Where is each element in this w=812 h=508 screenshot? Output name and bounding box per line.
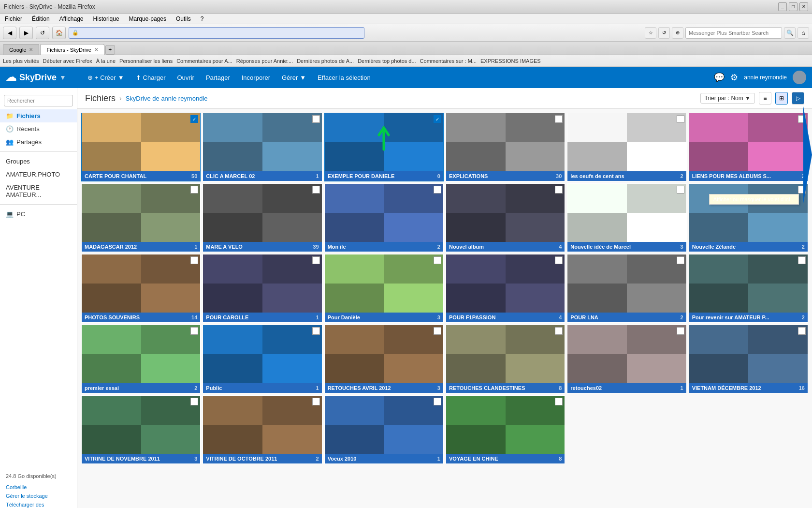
sidebar-item-amateur-photo[interactable]: AMATEUR.PHOTO [0,168,77,181]
folder-item[interactable]: POUR LNA 2 [567,254,686,323]
address-bar[interactable] [81,27,361,39]
detail-view-button[interactable]: ▷ Afficher ou masquer le volet d'inf... [792,92,804,105]
menu-marque-pages[interactable]: Marque-pages [127,15,168,23]
sidebar-corbeille-link[interactable]: Corbeille [0,483,77,492]
folder-checkbox[interactable] [555,115,563,123]
folder-checkbox[interactable] [555,186,563,194]
folder-item[interactable]: RETOUCHES AVRIL 2012 3 [324,325,444,393]
sidebar-storage-link[interactable]: Gérer le stockage [0,492,77,500]
user-avatar[interactable] [793,71,806,84]
home-button[interactable]: 🏠 [52,27,66,39]
folder-checkbox[interactable] [555,256,563,264]
folder-item[interactable]: RETOUCHES CLANDESTINES 8 [446,325,565,393]
menu-fichier[interactable]: Fichier [3,15,24,23]
folder-checkbox[interactable] [434,186,441,194]
folder-item[interactable]: retouches02 1 [567,325,686,393]
menu-help[interactable]: ? [199,15,206,23]
bookmark-expressions[interactable]: EXPRESSIONS IMAGES [480,58,541,64]
back-button[interactable]: ◀ [3,27,16,39]
folder-checkbox[interactable] [190,186,198,194]
sidebar-item-groupes[interactable]: Groupes [0,155,77,168]
folder-checkbox[interactable] [190,398,198,405]
menu-historique[interactable]: Historique [91,15,121,23]
folder-checkbox[interactable] [312,398,320,405]
folder-checkbox[interactable] [312,256,320,264]
new-tab-button[interactable]: + [105,45,115,55]
folder-item[interactable]: POUR F1PASSION 4 [446,254,565,323]
folder-checkbox[interactable] [677,115,684,123]
logo-dropdown-icon[interactable]: ▼ [59,74,66,81]
sidebar-item-pc[interactable]: 💻 PC [0,208,77,221]
folder-item[interactable]: Pour Danièle 3 [324,254,444,323]
folder-checkbox[interactable] [555,327,563,335]
folder-checkbox[interactable]: ✓ [434,115,441,123]
bookmark-commentaires-a[interactable]: Commentaires pour A... [176,58,232,64]
manage-button[interactable]: Gérer ▼ [278,72,310,83]
tab-google[interactable]: Google ✕ [3,44,39,55]
sort-button[interactable]: Trier par : Nom ▼ [700,93,755,104]
folder-item[interactable]: VITRINE DE OCTOBRE 2011 2 [203,395,322,464]
folder-item[interactable]: premier essai 2 [81,325,201,393]
folder-checkbox[interactable] [312,186,320,194]
folder-item[interactable]: ✓ EXEMPLE POUR DANIELE 0 [324,113,444,181]
bookmark-top-photos[interactable]: Dernières top photos d... [358,58,416,64]
sidebar-item-fichiers[interactable]: 📁 Fichiers [0,109,77,122]
folder-item[interactable]: Pour revenir sur AMATEUR P... 2 [689,254,808,323]
folder-checkbox[interactable] [434,398,441,405]
menu-outils[interactable]: Outils [174,15,193,23]
folder-item[interactable]: LIENS POUR MES ALBUMS S... 2 [689,113,808,181]
folder-item[interactable]: POUR CAROLLE 1 [203,254,322,323]
bookmark-reponses[interactable]: Réponses pour Annie:... [236,58,293,64]
folder-item[interactable]: Voeux 2010 1 [324,395,444,464]
sidebar-item-aventure[interactable]: AVENTURE AMATEUR... [0,181,77,201]
settings-icon[interactable]: ⚙ [730,72,738,83]
star-button[interactable]: ☆ [645,27,656,39]
folder-checkbox[interactable] [312,115,320,123]
forward-button[interactable]: ▶ [19,27,33,39]
upload-button[interactable]: ⬆ Charger [132,72,170,83]
folder-item[interactable]: CLIC A MARCEL 02 1 [203,113,322,181]
embed-button[interactable]: Incorporer [238,72,274,83]
folder-checkbox[interactable] [677,327,684,335]
rss-button[interactable]: ⊕ [672,27,683,39]
folder-item[interactable]: Public 1 [203,325,322,393]
share-button[interactable]: Partager [202,72,234,83]
bookmark-commentaires-m[interactable]: Commentaires sur : M... [420,58,477,64]
sidebar-item-partages[interactable]: 👥 Partagés [0,135,77,149]
folder-checkbox[interactable] [798,256,806,264]
folder-checkbox[interactable]: ✓ [190,115,198,123]
folder-item[interactable]: ✓ CARTE POUR CHANTAL 50 [81,113,201,181]
tab-skydrive-close[interactable]: ✕ [94,47,98,52]
menu-edition[interactable]: Édition [30,15,52,23]
folder-item[interactable]: les oeufs de cent ans 2 [567,113,686,181]
minimize-button[interactable]: _ [778,2,787,11]
search-input[interactable] [685,27,782,39]
folder-item[interactable]: Mon ile 2 [324,183,444,252]
maximize-button[interactable]: □ [789,2,798,11]
bookmark-visites[interactable]: Les plus visités [3,58,39,64]
folder-checkbox[interactable] [677,256,684,264]
tab-google-close[interactable]: ✕ [29,47,33,52]
bookmark-dernieres-photos[interactable]: Dernières photos de A... [297,58,354,64]
sidebar-download-link[interactable]: Télécharger des applications SkyDrive [0,500,77,508]
folder-checkbox[interactable] [190,256,198,264]
close-button[interactable]: ✕ [799,2,808,11]
bookmark-une[interactable]: À la une [96,58,116,64]
folder-checkbox[interactable] [434,327,441,335]
refresh-button[interactable]: ↺ [36,27,49,39]
folder-checkbox[interactable] [434,256,441,264]
folder-item[interactable]: VOYAGE EN CHINE 8 [446,395,565,464]
grid-view-button[interactable]: ⊞ [775,92,788,105]
open-button[interactable]: Ouvrir [173,72,198,83]
create-button[interactable]: ⊕ + Créer ▼ [84,72,128,83]
folder-checkbox[interactable] [798,327,806,335]
folder-item[interactable]: MADAGASCAR 2012 1 [81,183,201,252]
bookmark-firefox[interactable]: Débuter avec Firefox [43,58,92,64]
folder-checkbox[interactable] [677,186,684,194]
clear-selection-button[interactable]: Effacer la sélection [314,72,375,83]
sidebar-item-recents[interactable]: 🕐 Récents [0,122,77,135]
list-view-button[interactable]: ≡ [759,92,771,105]
folder-checkbox[interactable] [190,327,198,335]
folder-item[interactable]: PHOTOS SOUVENIRS 14 [81,254,201,323]
folder-checkbox[interactable] [555,398,563,405]
